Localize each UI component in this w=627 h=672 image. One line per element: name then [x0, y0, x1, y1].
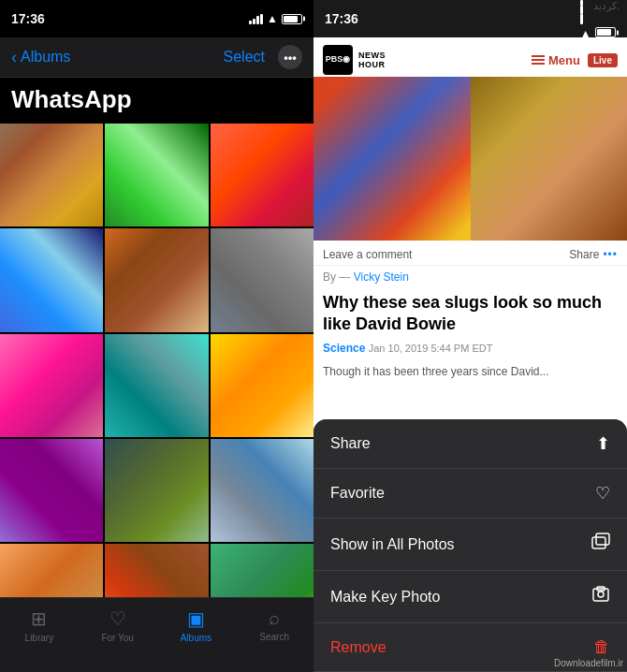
nav-actions: Select ••• [224, 45, 302, 69]
article-category-link[interactable]: Science [323, 342, 365, 355]
photos-icon [591, 533, 610, 556]
left-panel: 17:36 ▲ ‹ Albums Select ••• WhatsApp [0, 0, 314, 672]
for-you-icon: ♡ [109, 607, 126, 630]
context-menu-share[interactable]: Share ⬆ [314, 419, 627, 469]
context-remove-label: Remove [330, 639, 386, 656]
context-show-all-label: Show in All Photos [330, 536, 455, 553]
hamburger-icon [532, 55, 545, 65]
pbs-news-line1: NEWS [358, 51, 386, 60]
svg-point-3 [598, 592, 604, 597]
pbs-logo-text: PBS◉ [326, 55, 351, 65]
article-headline: Why these sea slugs look so much like Da… [314, 288, 627, 342]
context-menu-key-photo[interactable]: Make Key Photo [314, 571, 627, 623]
article-share-area: Share ••• [569, 248, 618, 261]
photo-cell[interactable] [105, 439, 208, 542]
right-battery-icon [595, 27, 616, 37]
context-menu-favorite[interactable]: Favorite ♡ [314, 469, 627, 519]
article-image-person [314, 77, 486, 241]
albums-icon: ▣ [187, 607, 205, 630]
back-label: Albums [21, 49, 70, 66]
article-author-name[interactable]: Vicky Stein [354, 270, 409, 284]
tab-bar: ⊞ Library ♡ For You ▣ Albums ⌕ Search [0, 597, 314, 672]
context-key-photo-label: Make Key Photo [330, 589, 440, 606]
photo-cell[interactable] [211, 439, 314, 542]
tab-search-label: Search [259, 632, 289, 642]
pbs-menu-button[interactable]: Menu [532, 53, 580, 67]
select-button[interactable]: Select [224, 49, 265, 66]
photo-cell[interactable] [0, 228, 103, 331]
photo-cell[interactable] [0, 334, 103, 437]
bottom-watermark: Downloadefilm.ir [554, 658, 623, 668]
pbs-logo-box: PBS◉ [323, 45, 353, 75]
right-time: 17:36 [325, 11, 358, 26]
tab-for-you-label: For You [101, 633, 133, 643]
photo-cell[interactable] [211, 124, 314, 226]
tab-albums[interactable]: ▣ Albums [172, 607, 219, 643]
top-watermark: كردید. [593, 0, 620, 12]
svg-rect-0 [592, 537, 605, 548]
key-photo-icon [591, 585, 610, 608]
photo-cell[interactable] [105, 334, 208, 437]
tab-albums-label: Albums [181, 633, 211, 643]
article-meta: Leave a comment Share ••• [314, 241, 627, 266]
article-comment-link[interactable]: Leave a comment [323, 248, 412, 261]
article-body: Though it has been three years since Dav… [314, 358, 627, 386]
svg-rect-1 [596, 533, 609, 545]
battery-icon [282, 14, 302, 24]
trash-icon: 🗑 [593, 637, 610, 657]
article-category-area: Science Jan 10, 2019 5:44 PM EDT [314, 342, 627, 358]
tab-library[interactable]: ⊞ Library [16, 607, 63, 643]
article-more-icon[interactable]: ••• [603, 248, 618, 261]
chevron-left-icon: ‹ [11, 48, 17, 67]
article-hero-image [314, 77, 627, 241]
photo-cell[interactable] [211, 228, 314, 331]
article-author: By — Vicky Stein [314, 266, 627, 288]
left-status-bar: 17:36 ▲ [0, 0, 314, 37]
article-share-label[interactable]: Share [569, 248, 599, 261]
article-date: Jan 10, 2019 5:44 PM EDT [369, 343, 493, 354]
pbs-news-hour-text: NEWS HOUR [358, 51, 386, 69]
right-panel: 17:36 ▲ PBS◉ NEWS HOUR [314, 0, 627, 672]
left-status-icons: ▲ [249, 12, 302, 25]
pbs-nav: Menu Live [532, 53, 618, 67]
right-status-bar: 17:36 ▲ [314, 0, 627, 37]
heart-icon: ♡ [595, 483, 610, 504]
pbs-header: PBS◉ NEWS HOUR Menu Live [314, 37, 627, 82]
search-icon: ⌕ [269, 607, 280, 629]
pbs-logo: PBS◉ NEWS HOUR [323, 45, 386, 75]
article-author-prefix: By — [323, 270, 350, 284]
tab-library-label: Library [25, 633, 54, 643]
more-button[interactable]: ••• [278, 45, 302, 69]
album-title-area: WhatsApp [0, 78, 314, 124]
context-favorite-label: Favorite [330, 485, 385, 502]
article-image-right [471, 77, 628, 241]
album-title-text: WhatsApp [11, 85, 302, 114]
back-button[interactable]: ‹ Albums [11, 48, 70, 67]
library-icon: ⊞ [31, 607, 47, 630]
photo-cell[interactable] [211, 334, 314, 437]
context-menu: Share ⬆ Favorite ♡ Show in All Photos Ma… [314, 419, 627, 672]
photo-cell[interactable] [0, 439, 103, 542]
pbs-menu-label: Menu [548, 53, 580, 67]
photo-cell[interactable] [105, 228, 208, 331]
tab-search[interactable]: ⌕ Search [251, 607, 298, 642]
signal-icon [249, 13, 263, 24]
context-menu-show-all[interactable]: Show in All Photos [314, 519, 627, 571]
pbs-news-line2: HOUR [358, 60, 386, 69]
wifi-icon: ▲ [267, 12, 278, 25]
photo-grid [0, 124, 314, 672]
live-badge: Live [588, 53, 618, 67]
left-nav-bar: ‹ Albums Select ••• [0, 37, 314, 78]
photo-cell[interactable] [0, 124, 103, 226]
left-time: 17:36 [11, 11, 45, 26]
share-icon: ⬆ [596, 433, 610, 454]
tab-for-you[interactable]: ♡ For You [95, 607, 141, 643]
context-share-label: Share [330, 435, 371, 452]
photo-cell[interactable] [105, 124, 208, 226]
